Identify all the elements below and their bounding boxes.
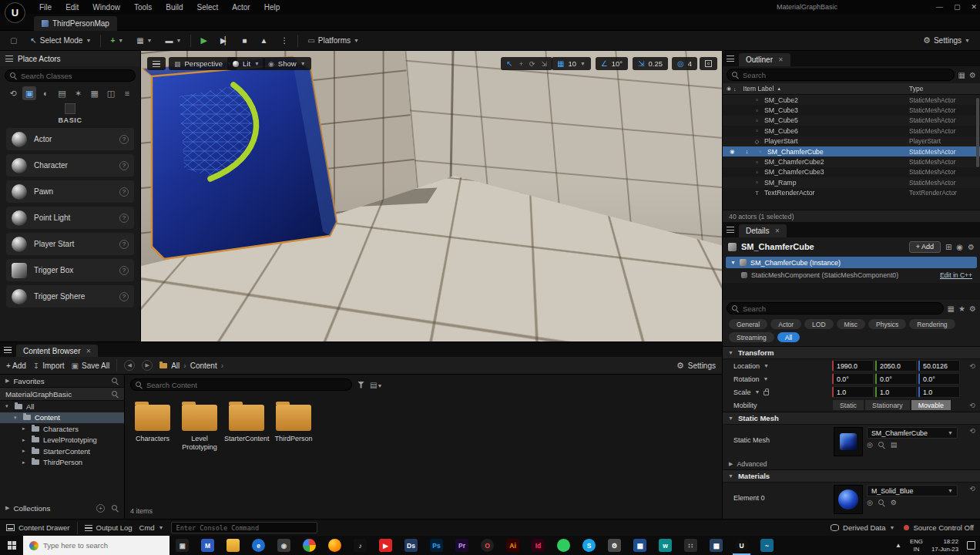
modes-dropdown[interactable]: ▦▼ [133,35,156,46]
tiktok-icon[interactable]: ♪ [347,536,373,555]
content-drawer-button[interactable]: Content Drawer [6,523,70,532]
place-actor-item[interactable]: Trigger Box? [6,259,134,281]
outliner-search-input[interactable] [743,71,949,79]
outliner-row[interactable]: ▫SM_ChamferCube2StaticMeshActor [723,156,980,166]
search-icon[interactable] [112,391,119,398]
world-settings-icon[interactable]: ◉ [956,243,963,251]
use-selected-icon[interactable]: ◎ [867,499,873,506]
details-search[interactable] [727,302,944,314]
tab-thirdpersonmap[interactable]: ThirdPersonMap [34,16,117,31]
details-view-settings-icon[interactable]: ⚙ [969,304,976,313]
rotate-tool-icon[interactable]: ⟳ [529,60,535,68]
forward-icon[interactable]: ▶ [142,360,153,371]
maximize-icon[interactable]: ▢ [954,3,961,11]
recently-placed-icon[interactable]: ⟲ [6,86,20,100]
edge-icon[interactable]: e [246,536,271,555]
caret-icon[interactable]: ▸ [22,437,28,443]
visibility-eye-icon[interactable]: ◉ [727,148,738,155]
section-transform[interactable]: ▼Transform [723,346,980,359]
filter-chip-all[interactable]: All [777,332,800,342]
youtube-icon[interactable]: ▶ [373,536,398,555]
scale-label[interactable]: Scale▼ [733,388,832,396]
outliner-row[interactable]: ◇PlayerStartPlayerStart [723,136,980,146]
filter-chip-general[interactable]: General [729,319,767,329]
taskbar-search[interactable] [23,536,169,555]
tab-content-browser[interactable]: Content Browser ✕ [16,345,98,358]
close-icon[interactable]: ✕ [86,348,91,355]
folder-characters[interactable]: Characters [130,402,175,452]
clock[interactable]: 18:22 17-Jun-23 [931,538,958,553]
menu-tools[interactable]: Tools [127,0,159,14]
search-content-input[interactable] [146,381,347,389]
pin-column-icon[interactable]: ↓ [733,86,737,92]
level-viewport[interactable]: ▦Perspective▼ Lit▼ ◉Show▼ ↖ + ⟳ ⇲ ▦ 10▼ … [141,51,722,341]
taskbar-search-input[interactable] [43,541,163,550]
geometry-icon[interactable]: ▦ [88,86,102,100]
chrome-icon[interactable] [297,536,322,555]
move-tool-icon[interactable]: + [519,60,523,68]
output-log-button[interactable]: Output Log [85,523,133,532]
place-actor-item[interactable]: Point Light? [6,207,134,229]
tray-expand-icon[interactable]: ▲ [895,542,901,549]
notification-center-icon[interactable] [967,541,975,550]
platforms-dropdown[interactable]: ▭ Platforms ▼ [304,35,363,46]
minimize-icon[interactable]: — [936,3,943,11]
outliner-row[interactable]: ▫SM_Cube2StaticMeshActor [723,95,980,105]
static-mesh-dropdown[interactable]: SM_ChamferCube▼ [867,427,958,439]
outliner-row[interactable]: ▫SM_RampStaticMeshActor [723,177,980,187]
derived-data-button[interactable]: Derived Data ▼ [831,523,894,532]
maximize-viewport[interactable] [700,57,717,70]
location-x-field[interactable]: 1990.0 [832,360,874,372]
firefox-icon[interactable] [322,536,347,555]
tree-item-content[interactable]: ▾Content [0,412,124,424]
material-thumbnail[interactable] [834,485,863,514]
folder-level-prototyping[interactable]: Level Prototyping [177,402,222,452]
outliner-row[interactable]: ▫SM_Cube5StaticMeshActor [723,116,980,126]
show-dropdown[interactable]: ◉Show▼ [263,57,311,70]
place-actor-item[interactable]: Pawn? [6,180,134,203]
back-icon[interactable]: ◀ [124,360,135,371]
outliner-search[interactable] [727,69,955,81]
settings-app-icon[interactable]: ⚙ [602,536,627,555]
tree-item-startercontent[interactable]: ▸StarterContent [0,446,124,457]
file-explorer-icon[interactable] [220,536,246,555]
rotation-x-field[interactable]: 0.0° [832,373,874,385]
all-classes-icon[interactable]: ≡ [120,86,134,100]
movie-blue-icon[interactable]: ▦ [703,536,729,555]
view-options-icon[interactable]: ▤▼ [370,381,382,389]
visual-effects-icon[interactable]: ✶ [72,86,86,100]
task-view-icon[interactable]: ▣ [169,536,195,555]
material-dropdown[interactable]: M_Solid_Blue▼ [867,485,958,496]
type-column[interactable]: Type [909,85,980,92]
photos-icon[interactable]: ▦ [627,536,653,555]
premiere-icon[interactable]: Pr [449,536,475,555]
filter-chip-physics[interactable]: Physics [868,319,906,329]
mobility-movable-button[interactable]: Movable [911,399,951,411]
view-mode-dropdown[interactable]: Lit▼ [227,57,265,70]
cinematic-icon[interactable]: ▤ [55,86,69,100]
scale-z-field[interactable]: 1.0 [918,386,960,398]
scrollbar[interactable] [976,98,979,167]
tree-item-levelprototyping[interactable]: ▸LevelPrototyping [0,435,124,446]
caret-icon[interactable]: ▾ [14,415,19,421]
menu-select[interactable]: Select [190,0,226,14]
close-icon[interactable]: ✕ [971,3,977,11]
section-static-mesh[interactable]: ▼Static Mesh [723,412,980,425]
rotation-y-field[interactable]: 0.0° [875,373,917,385]
browse-to-asset-icon[interactable] [878,442,885,449]
caret-icon[interactable]: ▸ [22,459,28,466]
camera-icon[interactable]: ◉ [271,536,297,555]
viewport-options-menu[interactable] [147,57,166,70]
panel-menu-icon[interactable] [4,347,12,353]
outliner-row[interactable]: ▫SM_Cube3StaticMeshActor [723,105,980,115]
static-mesh-thumbnail[interactable] [834,427,863,456]
pin-icon[interactable]: ↓ [741,148,753,155]
office-blue-icon[interactable]: M [195,536,220,555]
menu-file[interactable]: File [32,0,59,14]
add-component-button[interactable]: + Add [909,241,941,253]
scale-snap-control[interactable]: ⇲ 0.25 [633,57,668,70]
place-actor-item[interactable]: Actor? [6,128,134,150]
help-icon[interactable]: ? [119,161,129,170]
davinci-icon[interactable]: Ds [398,536,424,555]
outliner-row[interactable]: ▫SM_Cube6StaticMeshActor [723,126,980,136]
